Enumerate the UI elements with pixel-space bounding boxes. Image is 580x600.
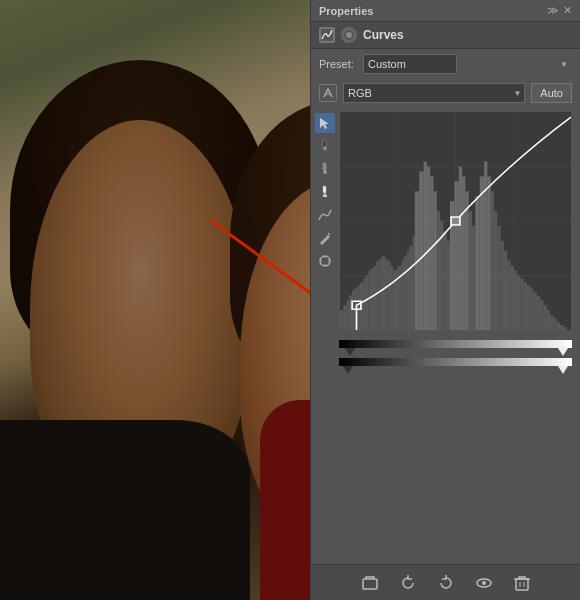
svg-rect-86 <box>530 288 533 330</box>
svg-rect-58 <box>434 191 437 330</box>
svg-rect-90 <box>544 305 547 330</box>
histogram-svg <box>340 112 571 330</box>
svg-rect-55 <box>424 162 427 330</box>
panel-title: Properties <box>319 5 373 17</box>
preset-row: Preset: Custom Default Strong Contrast L… <box>311 49 580 79</box>
curves-mode-icon <box>341 27 357 43</box>
svg-rect-74 <box>491 191 494 330</box>
channel-select-wrapper: RGB Red Green Blue ▼ <box>343 83 525 103</box>
preset-label: Preset: <box>319 58 357 70</box>
panel-header-icons: ≫ ✕ <box>547 4 572 17</box>
svg-rect-26 <box>340 310 343 330</box>
svg-rect-84 <box>524 282 527 330</box>
svg-rect-9 <box>323 163 326 170</box>
sample-in-image-tool[interactable] <box>315 251 335 271</box>
svg-rect-57 <box>430 176 433 330</box>
svg-rect-34 <box>363 278 365 330</box>
svg-rect-98 <box>451 217 460 225</box>
svg-rect-56 <box>427 167 430 331</box>
panel-close-icon[interactable]: ✕ <box>563 4 572 17</box>
svg-point-101 <box>482 581 486 585</box>
svg-rect-87 <box>534 292 537 330</box>
svg-rect-51 <box>409 246 412 330</box>
svg-rect-70 <box>475 196 479 330</box>
svg-rect-6 <box>323 140 326 147</box>
svg-rect-94 <box>557 322 560 330</box>
svg-rect-102 <box>516 579 528 590</box>
svg-rect-35 <box>365 276 368 331</box>
svg-rect-59 <box>437 211 440 330</box>
eyedropper-black-tool[interactable] <box>315 136 335 156</box>
output-slider[interactable] <box>339 355 572 369</box>
svg-marker-7 <box>323 147 327 149</box>
previous-state-button[interactable] <box>396 571 420 595</box>
svg-rect-43 <box>387 261 390 330</box>
curves-title: Curves <box>363 28 404 42</box>
svg-rect-83 <box>520 278 523 330</box>
svg-rect-93 <box>553 318 556 330</box>
curves-section-header: Curves <box>311 22 580 49</box>
svg-rect-96 <box>563 327 566 330</box>
properties-panel: Properties ≫ ✕ Curves Preset: Custom Def… <box>310 0 580 600</box>
svg-rect-68 <box>469 211 472 330</box>
svg-rect-89 <box>540 300 543 330</box>
smooth-curve-tool[interactable] <box>315 205 335 225</box>
delete-layer-button[interactable] <box>510 571 534 595</box>
svg-rect-75 <box>494 211 497 330</box>
preset-select-wrapper: Custom Default Strong Contrast Linear Co… <box>363 54 572 74</box>
toggle-visibility-button[interactable] <box>472 571 496 595</box>
svg-rect-92 <box>550 315 553 330</box>
svg-rect-85 <box>527 285 530 330</box>
select-point-tool[interactable] <box>315 113 335 133</box>
svg-rect-12 <box>323 186 326 193</box>
svg-rect-54 <box>419 171 423 330</box>
svg-marker-13 <box>323 193 327 195</box>
svg-rect-71 <box>480 176 484 330</box>
auto-button[interactable]: Auto <box>531 83 572 103</box>
svg-marker-10 <box>323 170 327 172</box>
svg-rect-40 <box>380 259 382 330</box>
svg-rect-37 <box>371 269 374 330</box>
svg-point-4 <box>346 32 352 38</box>
curve-canvas[interactable] <box>339 111 572 331</box>
svg-rect-99 <box>363 579 377 589</box>
svg-rect-50 <box>407 251 409 330</box>
svg-rect-38 <box>374 266 376 330</box>
svg-rect-81 <box>514 271 517 330</box>
curve-area-wrapper <box>311 107 580 335</box>
svg-rect-69 <box>472 226 475 330</box>
output-white-slider[interactable] <box>558 366 568 374</box>
svg-rect-72 <box>484 162 487 330</box>
eyedropper-white-tool[interactable] <box>315 182 335 202</box>
output-black-slider[interactable] <box>343 366 353 374</box>
eyedropper-gray-tool[interactable] <box>315 159 335 179</box>
svg-rect-67 <box>465 191 468 330</box>
curves-adjustment-icon <box>319 27 335 43</box>
svg-rect-11 <box>323 172 327 174</box>
svg-rect-52 <box>413 236 415 330</box>
channel-row: RGB Red Green Blue ▼ Auto <box>311 79 580 107</box>
svg-rect-14 <box>323 195 327 197</box>
svg-rect-77 <box>501 241 504 330</box>
svg-line-1 <box>210 220 320 300</box>
reset-adjustments-button[interactable] <box>434 571 458 595</box>
svg-rect-27 <box>343 305 346 330</box>
svg-rect-49 <box>404 256 407 330</box>
svg-rect-76 <box>497 226 500 330</box>
tools-column <box>315 111 339 331</box>
pencil-draw-tool[interactable] <box>315 228 335 248</box>
svg-rect-78 <box>504 251 507 330</box>
input-slider[interactable] <box>339 337 572 351</box>
svg-rect-64 <box>454 181 458 330</box>
svg-rect-42 <box>385 259 387 330</box>
svg-rect-41 <box>382 256 385 330</box>
clip-layers-button[interactable] <box>358 571 382 595</box>
channel-select[interactable]: RGB Red Green Blue <box>343 83 525 103</box>
channel-icon[interactable] <box>319 84 337 102</box>
panel-menu-icon[interactable]: ≫ <box>547 4 559 17</box>
preset-select[interactable]: Custom Default Strong Contrast Linear Co… <box>363 54 457 74</box>
svg-rect-73 <box>487 176 490 330</box>
panel-header: Properties ≫ ✕ <box>311 0 580 22</box>
svg-rect-62 <box>447 241 450 330</box>
svg-rect-30 <box>352 290 354 330</box>
